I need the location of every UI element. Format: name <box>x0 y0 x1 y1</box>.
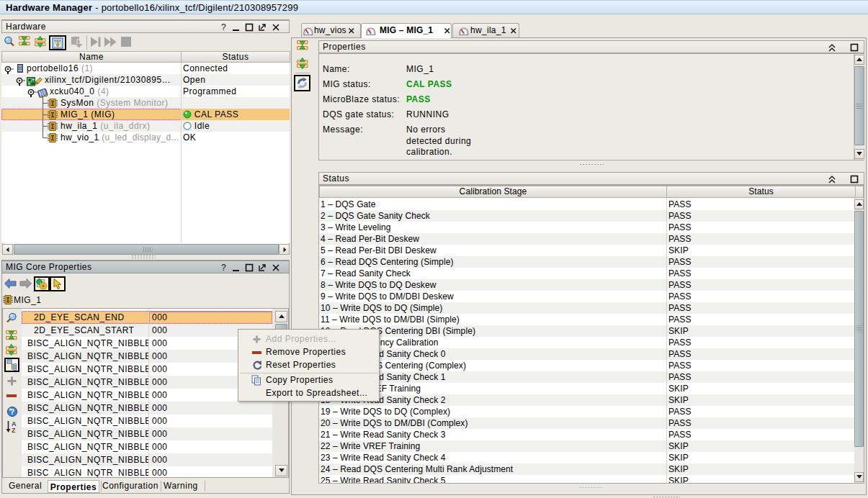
svg-text:?: ? <box>221 22 226 32</box>
svg-text:?: ? <box>221 263 226 272</box>
svg-text:?: ? <box>9 407 14 416</box>
svg-text:Z: Z <box>12 427 16 433</box>
